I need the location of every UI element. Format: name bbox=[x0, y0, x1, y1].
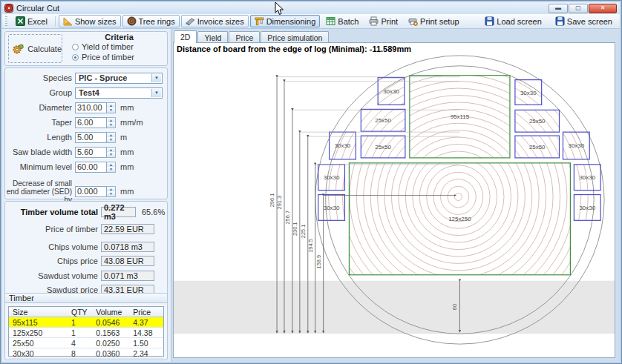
saw-blade-width-input[interactable]: 5.60 bbox=[75, 147, 107, 158]
sed-stepper[interactable]: ▲▼ bbox=[107, 186, 116, 197]
diameter-stepper[interactable]: ▲▼ bbox=[107, 102, 116, 113]
criteria-title: Criteria bbox=[69, 33, 169, 42]
dim-label: 256.7 bbox=[284, 211, 291, 225]
timber-table-header: Size QTY Volume Price bbox=[9, 307, 163, 317]
board-label: 30x30 bbox=[579, 174, 595, 181]
chevron-down-icon[interactable]: ▼ bbox=[151, 89, 161, 97]
parameters-group: Species PIC - Spruce ▼ Group Test4 ▼ Dia… bbox=[4, 67, 168, 199]
chips-volume-value: 0.0718 m3 bbox=[101, 242, 154, 252]
tree-ring bbox=[433, 172, 483, 222]
print-setup-button[interactable]: Print setup bbox=[404, 15, 464, 27]
dim-label: 158.9 bbox=[315, 255, 322, 269]
board-label: 125x250 bbox=[448, 216, 471, 222]
sed-input[interactable]: 0.000 bbox=[75, 186, 107, 197]
board-label: 95x115 bbox=[451, 113, 470, 120]
show-sizes-button[interactable]: Show sizes bbox=[59, 15, 121, 27]
calculate-button[interactable]: Calculate bbox=[8, 34, 62, 63]
dim-label: 225.1 bbox=[300, 225, 307, 239]
saw-blade-width-stepper[interactable]: ▲▼ bbox=[107, 147, 116, 158]
chips-price-label: Chips price bbox=[5, 257, 101, 265]
group-select[interactable]: Test4 ▼ bbox=[75, 87, 163, 99]
dimensioning-icon bbox=[255, 16, 264, 26]
minimum-level-stepper[interactable]: ▲▼ bbox=[107, 162, 116, 173]
distance-status-text: Distance of board from the edge of log (… bbox=[177, 44, 411, 53]
tab-2d[interactable]: 2D bbox=[174, 30, 197, 43]
title-bar[interactable]: Circular Cut ▬ ▢ ✕ bbox=[2, 2, 620, 14]
length-unit: m bbox=[120, 133, 127, 142]
save-screen-button[interactable]: Save screen bbox=[551, 15, 617, 27]
minimize-button[interactable]: ▬ bbox=[549, 4, 568, 13]
taper-label: Taper bbox=[5, 118, 75, 127]
load-screen-icon bbox=[485, 16, 494, 26]
board-label: 30x30 bbox=[324, 174, 340, 181]
invoice-sizes-button[interactable]: Invoice sizes bbox=[181, 15, 249, 27]
show-sizes-icon bbox=[63, 16, 73, 26]
chips-price-value: 43.08 EUR bbox=[101, 256, 154, 266]
table-row[interactable]: 95x1151 0.05464.37 bbox=[9, 317, 163, 328]
diameter-input[interactable]: 310.00 bbox=[75, 102, 107, 113]
board-label: 30x30 bbox=[579, 205, 595, 211]
tree-ring bbox=[448, 186, 469, 208]
minimum-level-band bbox=[174, 281, 615, 334]
batch-icon bbox=[326, 16, 335, 26]
print-icon bbox=[369, 16, 379, 26]
table-row[interactable]: 125x2501 0.156314.38 bbox=[9, 328, 163, 338]
tree-rings-icon bbox=[127, 16, 137, 26]
species-label: Species bbox=[5, 73, 75, 82]
board-label: 25x50 bbox=[529, 144, 546, 150]
tab-price-simulation[interactable]: Price simulation bbox=[261, 31, 329, 43]
minimum-level-unit: mm bbox=[120, 162, 134, 171]
taper-input[interactable]: 6.00 bbox=[75, 117, 107, 128]
sed-label: Decrease of small end diameter (SED) by bbox=[5, 179, 75, 204]
table-row[interactable]: 30x308 0.03602.34 bbox=[9, 348, 163, 359]
timber-group-title: Timber bbox=[5, 294, 167, 303]
table-row[interactable]: 25x504 0.02501.50 bbox=[9, 338, 163, 348]
criteria-group: Calculate Criteria Yield of timber Price… bbox=[4, 31, 168, 66]
tree-ring bbox=[399, 137, 518, 257]
tab-price[interactable]: Price bbox=[229, 31, 260, 43]
tree-rings-button[interactable]: Tree rings bbox=[122, 15, 180, 27]
saw-blade-width-unit: mm bbox=[120, 148, 134, 156]
board-label: 30x30 bbox=[569, 143, 585, 150]
main-panel: 2D Yield Price Price simulation Distance… bbox=[171, 29, 620, 362]
excel-button[interactable]: Excel bbox=[11, 15, 52, 27]
chevron-down-icon[interactable]: ▼ bbox=[151, 74, 161, 82]
taper-stepper[interactable]: ▲▼ bbox=[107, 117, 116, 128]
dim-label: 291.3 bbox=[276, 196, 283, 210]
radio-price-of-timber[interactable]: Price of timber bbox=[72, 52, 169, 62]
species-select[interactable]: PIC - Spruce ▼ bbox=[75, 73, 163, 84]
batch-button[interactable]: Batch bbox=[321, 15, 363, 27]
board-label: 25x50 bbox=[529, 118, 546, 125]
dimensioning-button[interactable]: Dimensioning bbox=[250, 15, 321, 27]
length-input[interactable]: 5.00 bbox=[75, 132, 107, 143]
settings-panel: Calculate Criteria Yield of timber Price… bbox=[2, 29, 171, 362]
toolbar-grip-icon[interactable] bbox=[5, 16, 7, 27]
length-label: Length bbox=[5, 133, 75, 142]
group-label: Group bbox=[5, 88, 75, 97]
window-title: Circular Cut bbox=[16, 4, 59, 13]
chips-volume-label: Chips volume bbox=[5, 242, 101, 251]
diameter-unit: mm bbox=[120, 103, 134, 112]
radio-icon[interactable] bbox=[72, 54, 79, 61]
minimum-level-input[interactable]: 60.00 bbox=[75, 162, 107, 173]
maximize-button[interactable]: ▢ bbox=[569, 4, 588, 13]
timber-volume-percent: 65.6% bbox=[142, 208, 165, 216]
radio-icon[interactable] bbox=[72, 44, 79, 50]
tree-ring bbox=[405, 145, 511, 250]
board-label: 25x50 bbox=[375, 117, 391, 124]
excel-icon bbox=[16, 16, 25, 26]
timber-volume-total-value: 0.272 m3 bbox=[101, 207, 136, 217]
tree-ring bbox=[454, 193, 462, 201]
tab-yield[interactable]: Yield bbox=[197, 31, 228, 43]
toolbar: Excel Show sizes Tree rings Invoice size… bbox=[2, 14, 620, 29]
print-button[interactable]: Print bbox=[364, 15, 402, 27]
radio-yield-of-timber[interactable]: Yield of timber bbox=[72, 42, 169, 52]
dim-label: 194.5 bbox=[307, 239, 314, 253]
board-label: 30x30 bbox=[324, 205, 340, 211]
load-screen-button[interactable]: Load screen bbox=[480, 15, 546, 27]
invoice-sizes-icon bbox=[186, 16, 195, 26]
saw-blade-width-label: Saw blade width bbox=[5, 148, 75, 156]
close-button[interactable]: ✕ bbox=[589, 4, 617, 13]
length-stepper[interactable]: ▲▼ bbox=[107, 132, 116, 143]
diameter-label: Diameter bbox=[5, 103, 75, 112]
